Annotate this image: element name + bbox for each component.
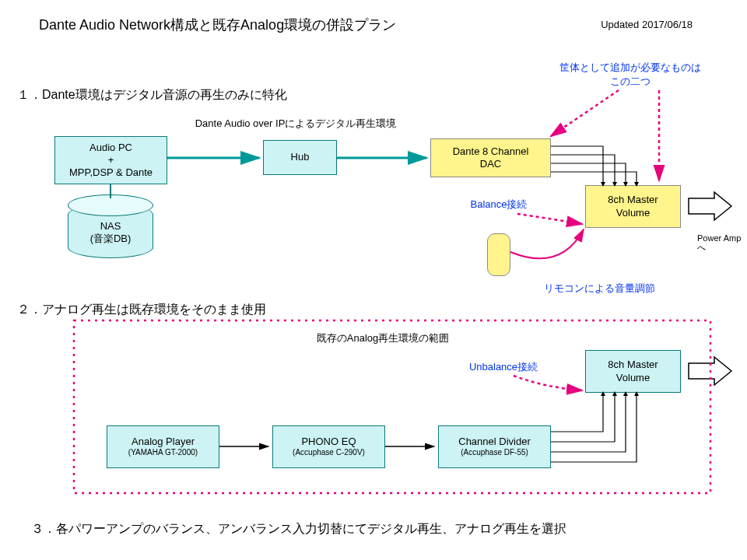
svg-marker-3 <box>601 182 605 187</box>
svg-marker-5 <box>623 182 628 187</box>
svg-marker-12 <box>634 391 639 396</box>
svg-marker-10 <box>612 391 617 396</box>
svg-marker-4 <box>612 182 617 187</box>
svg-marker-11 <box>623 391 628 396</box>
connectors-layer <box>0 0 747 560</box>
svg-marker-9 <box>601 391 605 396</box>
svg-marker-6 <box>634 182 639 187</box>
